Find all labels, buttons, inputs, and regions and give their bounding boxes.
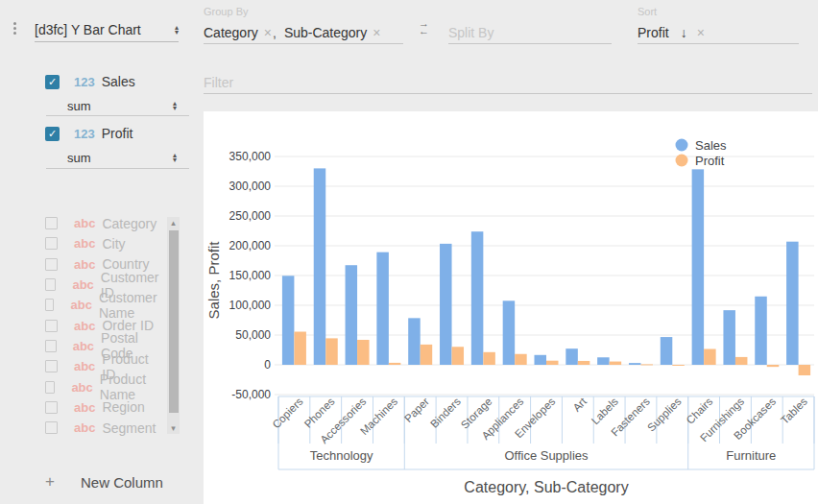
svg-text:Tables: Tables (779, 396, 809, 426)
updown-icon: ▴▾ (175, 25, 179, 35)
aggregate-select-sales[interactable]: sum ▴▾ (67, 95, 177, 116)
aggregate-value: sum (67, 151, 91, 165)
inactive-columns-list: abcCategoryabcCityabcCountryabcCustomer … (45, 213, 165, 438)
bar-chart: 350,000300,000250,000200,000150,000100,0… (204, 111, 818, 504)
new-column-label: New Column (81, 474, 163, 491)
type-icon-string: abc (71, 380, 92, 395)
group-by-field: Group By Category × , Sub-Category × (204, 6, 403, 44)
scroll-down-icon[interactable]: ▾ (167, 422, 180, 434)
sort-field: Sort Profit ↓ × (638, 6, 799, 44)
svg-text:250,000: 250,000 (229, 209, 272, 223)
svg-text:100,000: 100,000 (229, 299, 272, 312)
type-icon-string: abc (70, 298, 91, 312)
transpose-icon[interactable]: →← (419, 19, 429, 35)
split-by-field: Split By (448, 6, 612, 44)
column-checkbox[interactable] (45, 340, 57, 352)
column-label: Region (102, 399, 144, 415)
updown-icon: ▴▾ (173, 101, 177, 110)
filter-field: Filter (204, 56, 812, 94)
type-icon-numeric: 123 (74, 75, 95, 89)
type-icon-string: abc (73, 339, 94, 353)
checkbox-profit[interactable]: ✓ (45, 127, 60, 141)
svg-text:Technology: Technology (310, 448, 373, 463)
new-column-button[interactable]: + New Column (45, 472, 163, 492)
svg-text:Office Supplies: Office Supplies (504, 448, 589, 463)
type-icon-string: abc (74, 236, 95, 251)
column-checkbox[interactable] (45, 421, 58, 434)
column-label: Category (102, 216, 156, 231)
svg-text:50,000: 50,000 (235, 328, 271, 342)
split-by-input[interactable]: Split By (448, 21, 612, 44)
column-checkbox[interactable] (45, 278, 56, 291)
tag-label: Sub-Category (284, 25, 367, 40)
svg-text:Category, Sub-Category: Category, Sub-Category (464, 479, 628, 495)
split-by-placeholder: Split By (448, 25, 493, 40)
filter-input[interactable]: Filter (204, 71, 812, 94)
remove-sort-icon[interactable]: × (697, 25, 705, 40)
svg-text:Sales, Profit: Sales, Profit (205, 241, 222, 320)
column-checkbox[interactable] (45, 401, 58, 414)
sort-input[interactable]: Profit ↓ × (638, 21, 799, 44)
svg-text:350,000: 350,000 (229, 150, 272, 163)
chart-panel: 350,000300,000250,000200,000150,000100,0… (204, 111, 818, 504)
svg-text:Furniture: Furniture (726, 448, 776, 463)
svg-text:Art: Art (570, 395, 589, 413)
column-label-sales: Sales (102, 74, 135, 89)
group-by-input[interactable]: Category × , Sub-Category × (204, 21, 403, 44)
remove-tag-icon[interactable]: × (373, 25, 380, 40)
inactive-column-row: abcProduct Name (45, 376, 165, 396)
active-column-profit: ✓ 123 Profit (45, 126, 132, 141)
column-label-profit: Profit (102, 126, 133, 141)
type-icon-string: abc (74, 216, 95, 230)
svg-text:Binders: Binders (428, 396, 463, 430)
updown-icon: ▴▾ (173, 153, 177, 162)
svg-text:200,000: 200,000 (229, 239, 272, 252)
column-checkbox[interactable] (45, 258, 58, 271)
scroll-up-icon[interactable]: ▴ (167, 217, 180, 228)
column-label: Customer Name (99, 290, 165, 321)
group-by-tag-category[interactable]: Category × (204, 25, 272, 40)
inactive-column-row: abcCity (45, 233, 165, 253)
split-by-spacer (448, 6, 612, 21)
column-checkbox[interactable] (45, 237, 58, 250)
svg-text:300,000: 300,000 (229, 180, 272, 193)
svg-text:Paper: Paper (402, 396, 431, 424)
column-checkbox[interactable] (45, 217, 58, 229)
svg-text:Copiers: Copiers (270, 396, 305, 431)
type-icon-string: abc (74, 420, 95, 435)
column-checkbox[interactable] (45, 320, 58, 332)
svg-text:-50,000: -50,000 (231, 388, 271, 401)
type-icon-numeric: 123 (74, 127, 95, 141)
tag-label: Category (204, 25, 258, 40)
aggregate-select-profit[interactable]: sum ▴▾ (67, 147, 177, 168)
checkbox-sales[interactable]: ✓ (45, 75, 60, 89)
group-by-tag-subcategory[interactable]: Sub-Category × (284, 25, 381, 40)
column-label: City (102, 236, 125, 252)
settings-kebab-icon[interactable] (12, 20, 17, 36)
column-checkbox[interactable] (45, 299, 54, 311)
column-checkbox[interactable] (45, 381, 55, 394)
sort-direction-icon[interactable]: ↓ (681, 25, 687, 40)
chart-type-select[interactable]: [d3fc] Y Bar Chart ▴▾ (35, 17, 179, 42)
remove-tag-icon[interactable]: × (264, 25, 272, 40)
active-column-sales: ✓ 123 Sales (45, 74, 135, 89)
chart-type-value: [d3fc] Y Bar Chart (35, 22, 141, 37)
column-label: Product Name (100, 372, 165, 402)
scrollbar[interactable]: ▴ ▾ (167, 217, 180, 434)
type-icon-string: abc (74, 400, 95, 415)
plus-icon: + (45, 472, 59, 492)
svg-text:Profit: Profit (695, 154, 725, 168)
group-by-label: Group By (204, 6, 403, 21)
svg-text:150,000: 150,000 (229, 269, 272, 282)
column-checkbox[interactable] (45, 360, 58, 372)
filter-placeholder: Filter (204, 75, 233, 90)
divider (46, 115, 189, 116)
svg-text:Chairs: Chairs (685, 396, 715, 426)
inactive-column-row: abcSegment (45, 418, 165, 438)
type-icon-string: abc (74, 319, 95, 333)
scrollbar-thumb[interactable] (169, 230, 179, 413)
sort-label: Sort (638, 6, 799, 21)
filter-spacer (204, 56, 812, 71)
aggregate-value: sum (67, 99, 91, 113)
type-icon-string: abc (72, 277, 93, 292)
